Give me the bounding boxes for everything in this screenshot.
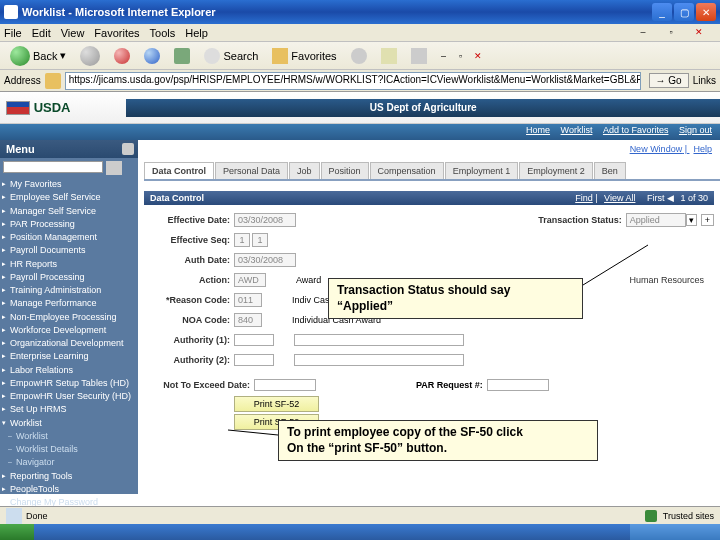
tab-emp1[interactable]: Employment 1 [445,162,519,179]
nav-perf[interactable]: Manage Performance [0,297,138,310]
top-nav: Home Worklist Add to Favorites Sign out [0,124,720,140]
inp-auth-date[interactable]: 03/30/2008 [234,253,296,267]
inp-reason-code[interactable]: 011 [234,293,262,307]
refresh-button[interactable] [140,46,164,66]
nav-mss[interactable]: Manager Self Service [0,205,138,218]
aux-restore-icon[interactable]: ▫ [664,25,678,39]
nav-worklist[interactable]: Worklist [561,125,593,135]
tab-strip: Data Control Personal Data Job Position … [144,162,720,181]
lbl-auth2: Authority (2): [144,355,234,365]
inp-auth1a[interactable] [234,334,274,346]
nav-payroll-proc[interactable]: Payroll Processing [0,271,138,284]
aux-min-icon[interactable]: – [636,25,650,39]
history-button[interactable] [347,46,371,66]
dropdown-icon[interactable]: ▾ [686,214,697,226]
mail-button[interactable] [377,46,401,66]
windows-taskbar [0,524,720,540]
inp-auth2b[interactable] [294,354,464,366]
inp-parreq[interactable] [487,379,549,391]
tab-compensation[interactable]: Compensation [370,162,444,179]
usda-logo: USDA [6,100,70,116]
link-find[interactable]: Find [575,193,593,203]
menu-favorites[interactable]: Favorites [94,27,139,39]
menu-file[interactable]: File [4,27,22,39]
nav-nonemp[interactable]: Non-Employee Processing [0,311,138,324]
nav-home[interactable]: Home [526,125,550,135]
sidebar-search-go[interactable] [106,161,122,175]
add-row-icon[interactable]: + [701,214,714,226]
section-header: Data Control Find | View All First ◀ 1 o… [144,191,714,205]
tab-ben[interactable]: Ben [594,162,626,179]
sidebar-search-input[interactable] [3,161,103,173]
nav-setuptables[interactable]: EmpowHR Setup Tables (HD) [0,377,138,390]
inp-auth2a[interactable] [234,354,274,366]
sidebar-nav: My Favorites Employee Self Service Manag… [0,178,138,540]
menu-help[interactable]: Help [185,27,208,39]
nav-labor[interactable]: Labor Relations [0,364,138,377]
nav-signout[interactable]: Sign out [679,125,712,135]
search-button[interactable]: Search [200,46,262,66]
nav-workforce[interactable]: Workforce Development [0,324,138,337]
system-tray[interactable] [630,524,720,540]
maximize-button[interactable]: ▢ [674,3,694,21]
inp-trans-status[interactable]: Applied [626,213,686,227]
nav-position[interactable]: Position Management [0,231,138,244]
nav-reporting[interactable]: Reporting Tools [0,470,138,483]
stop-button[interactable] [110,46,134,66]
nav-training[interactable]: Training Administration [0,284,138,297]
nav-my-favorites[interactable]: My Favorites [0,178,138,191]
inp-action-code[interactable]: AWD [234,273,266,287]
print-button[interactable] [407,46,431,66]
inp-eff-seq1[interactable]: 1 [234,233,250,247]
aux2-min-icon[interactable]: – [437,49,451,63]
minimize-button[interactable]: _ [652,3,672,21]
tab-data-control[interactable]: Data Control [144,162,214,179]
link-help[interactable]: Help [693,144,712,154]
nav-ess[interactable]: Employee Self Service [0,191,138,204]
tab-job[interactable]: Job [289,162,320,179]
inp-nte[interactable] [254,379,316,391]
link-new-window[interactable]: New Window [630,144,683,154]
address-input[interactable]: https://jicams.usda.gov/psp/HRISP/EMPLOY… [65,72,641,90]
nav-par[interactable]: PAR Processing [0,218,138,231]
close-button[interactable]: ✕ [696,3,716,21]
back-button[interactable]: Back ▾ [6,44,70,68]
aux2-close-icon[interactable]: ✕ [471,49,485,63]
nav-hr-reports[interactable]: HR Reports [0,258,138,271]
inp-noa-code[interactable]: 840 [234,313,262,327]
tab-personal-data[interactable]: Personal Data [215,162,288,179]
nav-payroll-docs[interactable]: Payroll Documents [0,244,138,257]
tab-emp2[interactable]: Employment 2 [519,162,593,179]
nav-usersec[interactable]: EmpowHR User Security (HD) [0,390,138,403]
inp-eff-seq2[interactable]: 1 [252,233,268,247]
menu-tools[interactable]: Tools [150,27,176,39]
nav-add-favorites[interactable]: Add to Favorites [603,125,669,135]
link-view-all[interactable]: View All [604,193,635,203]
section-title: Data Control [150,193,571,203]
nav-entlearn[interactable]: Enterprise Learning [0,350,138,363]
sidebar-collapse-icon[interactable] [122,143,134,155]
nav-first[interactable]: First [647,193,665,203]
forward-button[interactable] [76,44,104,68]
tab-position[interactable]: Position [321,162,369,179]
menu-edit[interactable]: Edit [32,27,51,39]
nav-worklist-folder[interactable]: Worklist [0,417,138,430]
go-button[interactable]: → Go [649,73,689,88]
nav-orgdev[interactable]: Organizational Development [0,337,138,350]
inp-auth1b[interactable] [294,334,464,346]
menu-view[interactable]: View [61,27,85,39]
nav-sub-details[interactable]: Worklist Details [0,443,138,456]
print-sf52-button[interactable]: Print SF-52 [234,396,319,412]
start-button[interactable] [0,524,34,540]
nav-sub-worklist[interactable]: Worklist [0,430,138,443]
nav-setuphrms[interactable]: Set Up HRMS [0,403,138,416]
aux-close-icon[interactable]: ✕ [692,25,706,39]
address-label: Address [4,75,41,86]
nav-peopletools[interactable]: PeopleTools [0,483,138,496]
aux2-restore-icon[interactable]: ▫ [454,49,468,63]
inp-eff-date[interactable]: 03/30/2008 [234,213,296,227]
nav-sub-navigator[interactable]: Navigator [0,456,138,469]
favorites-button[interactable]: Favorites [268,46,340,66]
home-button[interactable] [170,46,194,66]
links-label[interactable]: Links [693,75,716,86]
